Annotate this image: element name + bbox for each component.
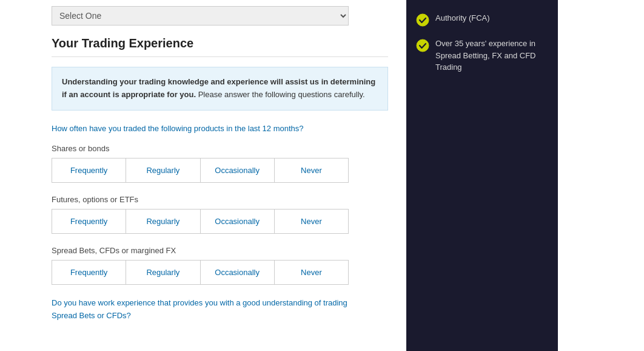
options-row-futures: Frequently Regularly Occasionally Never <box>52 209 349 234</box>
spread-regularly-btn[interactable]: Regularly <box>126 261 200 284</box>
main-question: How often have you traded the following … <box>52 123 388 135</box>
bottom-question: Do you have work experience that provide… <box>52 297 349 322</box>
sidebar-item-authority: Authority (FCA) <box>416 12 548 27</box>
options-row-spread: Frequently Regularly Occasionally Never <box>52 260 349 285</box>
info-box-regular: Please answer the following questions ca… <box>196 90 365 99</box>
sidebar-item-experience: Over 35 years' experience in Spread Bett… <box>416 38 548 73</box>
section-divider <box>52 56 388 57</box>
sidebar-text-authority: Authority (FCA) <box>435 12 490 24</box>
options-row-shares: Frequently Regularly Occasionally Never <box>52 158 349 183</box>
select-one-dropdown[interactable]: Select One <box>52 6 349 26</box>
futures-never-btn[interactable]: Never <box>275 210 348 233</box>
section-title: Your Trading Experience <box>52 36 388 50</box>
futures-frequently-btn[interactable]: Frequently <box>52 210 126 233</box>
check-icon-authority <box>416 13 429 27</box>
futures-occasionally-btn[interactable]: Occasionally <box>201 210 275 233</box>
shares-never-btn[interactable]: Never <box>275 158 348 182</box>
sidebar-text-experience: Over 35 years' experience in Spread Bett… <box>435 38 548 73</box>
shares-frequently-btn[interactable]: Frequently <box>52 158 126 182</box>
check-icon-experience <box>416 39 429 52</box>
product-label-shares: Shares or bonds <box>52 144 388 153</box>
shares-regularly-btn[interactable]: Regularly <box>126 158 200 182</box>
shares-occasionally-btn[interactable]: Occasionally <box>201 158 275 182</box>
sidebar: Authority (FCA) Over 35 years' experienc… <box>406 0 558 351</box>
info-box: Understanding your trading knowledge and… <box>52 67 388 111</box>
spread-never-btn[interactable]: Never <box>275 261 348 284</box>
futures-regularly-btn[interactable]: Regularly <box>126 210 200 233</box>
product-label-spread: Spread Bets, CFDs or margined FX <box>52 246 388 255</box>
svg-point-1 <box>417 39 429 52</box>
spread-occasionally-btn[interactable]: Occasionally <box>201 261 275 284</box>
product-label-futures: Futures, options or ETFs <box>52 195 388 204</box>
spread-frequently-btn[interactable]: Frequently <box>52 261 126 284</box>
svg-point-0 <box>417 14 429 26</box>
